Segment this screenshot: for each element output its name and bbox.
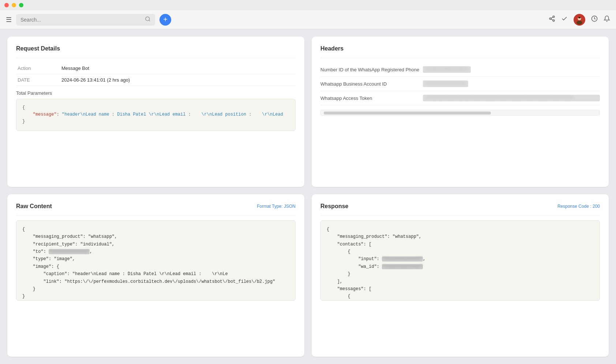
headers-title: Headers	[320, 45, 600, 52]
request-details-card: Request Details Action Message Bot DATE …	[7, 37, 304, 187]
response-code-block: { "messaging_product": "whatsapp", "cont…	[320, 220, 600, 301]
search-icon	[145, 16, 151, 23]
titlebar	[0, 0, 616, 10]
table-row: DATE 2024-06-26 13:41:01 (2 hrs ago)	[16, 74, 296, 86]
maximize-button[interactable]	[19, 3, 23, 7]
date-value: 2024-06-26 13:41:01 (2 hrs ago)	[60, 74, 296, 86]
avatar[interactable]	[574, 14, 585, 26]
request-details-title: Request Details	[16, 45, 296, 52]
header-value-phone: ••••••••••••••••	[423, 66, 471, 73]
header-label-account: Whatsapp Business Account ID	[320, 81, 423, 87]
svg-point-2	[553, 16, 555, 18]
hamburger-icon[interactable]: ☰	[6, 16, 12, 24]
main-content: Request Details Action Message Bot DATE …	[0, 29, 616, 364]
header-value-token: ••••••••••••••••••••••••••••••••••••••••…	[423, 95, 600, 101]
search-wrapper	[16, 14, 155, 26]
svg-rect-10	[578, 17, 581, 18]
header-row-token: Whatsapp Access Token ••••••••••••••••••…	[320, 91, 600, 105]
close-button[interactable]	[4, 3, 9, 7]
table-row: Action Message Bot	[16, 63, 296, 74]
svg-line-1	[149, 20, 150, 21]
header-row-account: Whatsapp Business Account ID •••••••••••…	[320, 77, 600, 91]
format-type-badge: Format Type: JSON	[257, 204, 296, 209]
header-label-token: Whatsapp Access Token	[320, 95, 423, 101]
check-icon[interactable]	[561, 15, 568, 24]
header-label-phone: Number ID of the WhatsApp Registered Pho…	[320, 67, 423, 72]
date-label: DATE	[16, 74, 60, 86]
request-info-table: Action Message Bot DATE 2024-06-26 13:41…	[16, 63, 296, 86]
scrollbar-thumb	[324, 112, 491, 115]
headers-scrollbar[interactable]	[320, 110, 600, 116]
action-value: Message Bot	[60, 63, 296, 74]
action-label: Action	[16, 63, 60, 74]
navbar: ☰ +	[0, 10, 616, 29]
svg-point-4	[553, 20, 555, 22]
svg-line-6	[551, 17, 553, 18]
total-params-label: Total Parameters	[16, 90, 296, 96]
response-code-badge: Response Code : 200	[557, 204, 600, 209]
response-title: Response	[320, 203, 348, 210]
response-header: Response Response Code : 200	[320, 203, 600, 210]
header-value-account: •••••••••••••••	[423, 80, 468, 87]
svg-line-5	[551, 19, 553, 20]
response-card: Response Response Code : 200 { "messagin…	[312, 194, 609, 357]
raw-content-card: Raw Content Format Type: JSON { "messagi…	[7, 194, 304, 357]
raw-content-header: Raw Content Format Type: JSON	[16, 203, 296, 210]
raw-content-code: { "messaging_product": "whatsapp", "reci…	[16, 220, 296, 301]
request-code-block: { "message": "header\nLead name : Disha …	[16, 99, 296, 131]
add-button[interactable]: +	[159, 14, 171, 26]
bell-icon[interactable]	[604, 15, 610, 24]
minimize-button[interactable]	[12, 3, 16, 7]
history-icon[interactable]	[591, 15, 598, 24]
search-input[interactable]	[20, 17, 142, 23]
raw-content-title: Raw Content	[16, 203, 52, 210]
nav-right	[549, 14, 610, 26]
svg-point-0	[146, 17, 150, 21]
share-icon[interactable]	[549, 15, 555, 24]
header-row-phone: Number ID of the WhatsApp Registered Pho…	[320, 63, 600, 77]
svg-point-9	[576, 20, 582, 25]
svg-point-3	[549, 18, 551, 20]
headers-card: Headers Number ID of the WhatsApp Regist…	[312, 37, 609, 187]
